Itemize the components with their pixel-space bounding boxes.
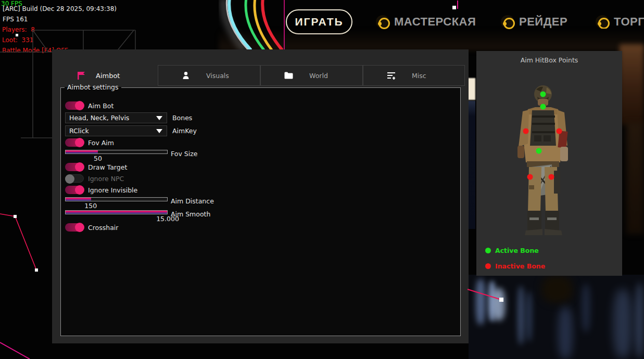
fov-size-label: Fov Size xyxy=(171,150,197,158)
chevron-down-icon xyxy=(156,116,162,120)
legend-inactive-bone: Inactive Bone xyxy=(485,262,545,270)
active-bone-dot xyxy=(485,248,491,253)
legend-label: Inactive Bone xyxy=(495,262,545,270)
chevron-down-icon xyxy=(156,129,162,133)
bones-dropdown[interactable]: Head, Neck, Pelvis xyxy=(65,112,167,123)
tab-label: Misc xyxy=(412,72,426,80)
aim-distance-slider[interactable]: 150 xyxy=(65,197,169,201)
tab-world[interactable]: World xyxy=(260,65,363,86)
ignore-npc-label: Ignore NPC xyxy=(88,175,124,183)
aimkey-selected-value: RClick xyxy=(66,127,156,135)
active-bone-point xyxy=(540,104,546,110)
inactive-bone-point xyxy=(549,174,554,180)
crosshair-toggle[interactable] xyxy=(65,223,84,232)
tab-label: Visuals xyxy=(206,72,229,80)
tab-aimbot[interactable]: Aimbot xyxy=(73,65,156,86)
screen: 30 FPS [ARC] Build (Dec 28 2025, 09:43:3… xyxy=(0,0,644,359)
draw-target-label: Draw Target xyxy=(88,163,127,171)
fov-aim-toggle[interactable] xyxy=(65,138,84,147)
aim-hitbox-panel: Aim HitBox Points xyxy=(476,51,622,276)
aim-distance-value: 150 xyxy=(84,202,97,210)
aimkey-dropdown[interactable]: RClick xyxy=(65,125,167,136)
bones-selected-value: Head, Neck, Pelvis xyxy=(66,114,156,122)
active-bone-point xyxy=(540,92,546,97)
aim-smooth-slider[interactable]: 15.000 xyxy=(65,210,169,214)
aimbot-settings-group: Aimbot settings Aim Bot Head, Neck, Pelv… xyxy=(60,87,461,336)
ignore-npc-toggle[interactable] xyxy=(65,174,84,183)
fov-aim-label: Fov Aim xyxy=(88,139,114,147)
folder-icon xyxy=(284,72,293,79)
tab-label: World xyxy=(309,72,328,80)
fov-size-slider[interactable]: 50 xyxy=(65,150,169,154)
aim-distance-label: Aim Distance xyxy=(171,197,214,205)
active-bone-point xyxy=(536,148,542,154)
aim-bot-label: Aim Bot xyxy=(88,102,113,110)
crosshair-label: Crosshair xyxy=(88,224,118,232)
tab-visuals[interactable]: Visuals xyxy=(158,65,260,86)
ignore-invisible-label: Ignore Invisible xyxy=(88,186,137,194)
aim-smooth-label: Aim Smooth xyxy=(171,210,210,218)
draw-target-toggle[interactable] xyxy=(65,163,84,171)
aimkey-label: AimKey xyxy=(172,127,197,135)
cheat-menu-panel: Aimbot Visuals World xyxy=(52,49,469,343)
inactive-bone-point xyxy=(523,129,529,134)
inactive-bone-point xyxy=(557,129,562,134)
playlist-icon xyxy=(387,72,396,80)
hitbox-points xyxy=(476,51,622,276)
person-icon xyxy=(182,71,190,80)
tab-misc[interactable]: Misc xyxy=(363,65,465,86)
ignore-invisible-toggle[interactable] xyxy=(65,186,84,194)
blurred-scene xyxy=(469,275,644,359)
legend-active-bone: Active Bone xyxy=(485,247,539,254)
bones-label: Bones xyxy=(172,114,192,122)
section-title: Aimbot settings xyxy=(65,83,121,91)
inactive-bone-dot xyxy=(485,263,491,269)
legend-label: Active Bone xyxy=(495,247,539,254)
rainbow-neon-decoration xyxy=(219,0,292,49)
aim-bot-toggle[interactable] xyxy=(65,101,84,110)
flag-icon xyxy=(77,72,85,80)
inactive-bone-point xyxy=(527,174,533,180)
tab-label: Aimbot xyxy=(96,72,120,80)
fov-size-value: 50 xyxy=(94,155,102,162)
